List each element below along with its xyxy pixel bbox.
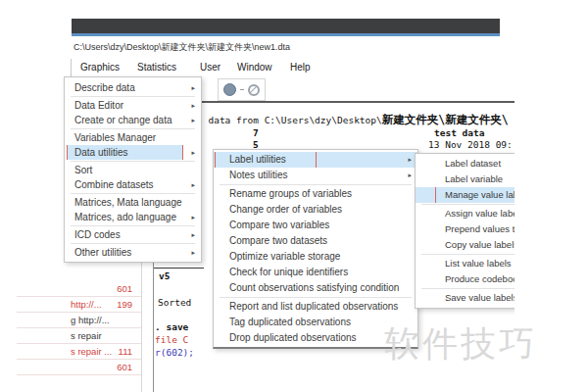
window-title-path: C:\Users\dzy\Desktop\新建文件夹\新建文件夹\new1.dt… (74, 41, 290, 54)
window-chrome-bar (72, 19, 500, 33)
submenu-arrow-icon (408, 168, 412, 183)
menu-item-data-utilities[interactable]: Data utilities (65, 145, 201, 160)
menu-item-produce-codebook[interactable]: Produce codebook of value labels (416, 271, 514, 287)
menu-separator (71, 193, 195, 194)
label-utilities-submenu-panel: Label dataset Label variable Manage valu… (415, 153, 514, 309)
return-code: 199 (117, 297, 132, 313)
review-row[interactable]: 601 (17, 360, 141, 375)
menu-item-icd-codes[interactable]: ICD codes (65, 227, 201, 242)
menubar-item-graphics[interactable]: Graphics (80, 62, 120, 73)
menu-item-combine-datasets[interactable]: Combine datasets (65, 177, 201, 192)
menu-item-optimize-variable-storage[interactable]: Optimize variable storage (214, 249, 417, 265)
submenu-arrow-icon (191, 177, 195, 192)
menu-separator (71, 161, 195, 162)
menu-item-save-value-labels[interactable]: Save value labels as do-file (416, 290, 514, 306)
menu-separator (220, 297, 412, 298)
results-sorted-text: Sorted (158, 297, 191, 308)
circle-icon[interactable] (223, 83, 236, 96)
menu-separator (71, 128, 195, 129)
results-table-rule (154, 268, 204, 269)
review-row[interactable]: http://...199 (17, 297, 141, 313)
submenu-arrow-icon (191, 145, 195, 160)
results-use-line: s data from C:\Users\dzy\Desktop\新建文件夹\新… (197, 113, 509, 127)
toolbar-fragment (218, 78, 266, 101)
menu-separator (421, 288, 514, 289)
window-chrome-accent-line (72, 33, 500, 36)
return-code: 111 (119, 344, 132, 360)
menu-item-notes-utilities[interactable]: Notes utilities (214, 168, 417, 183)
menu-item-report-duplicated-observations[interactable]: Report and list duplicated observations (214, 299, 417, 315)
menu-item-matrices-mata-language[interactable]: Matrices, Mata language (65, 195, 201, 210)
watermark-text: 软件技巧 (384, 320, 537, 368)
menu-item-other-utilities[interactable]: Other utilities (65, 245, 201, 260)
menu-separator (71, 225, 195, 226)
review-row[interactable]: s repair (17, 328, 141, 344)
menu-item-matrices-ado-language[interactable]: Matrices, ado language (65, 210, 201, 224)
menu-separator (220, 184, 412, 185)
menubar-item-user[interactable]: User (200, 62, 220, 73)
menu-item-rename-groups-of-variables[interactable]: Rename groups of variables (214, 186, 417, 202)
submenu-arrow-icon (191, 113, 195, 127)
menu-item-change-order-of-variables[interactable]: Change order of variables (214, 202, 417, 218)
data-utilities-submenu-panel: Label utilities Notes utilities Rename g… (213, 149, 418, 349)
menu-item-copy-value-labels[interactable]: Copy value labels (416, 237, 514, 253)
menu-item-describe-data[interactable]: Describe data (65, 80, 201, 95)
results-save-command: . save (155, 321, 188, 332)
results-obs-label: test data (434, 127, 484, 138)
menu-item-create-or-change-data[interactable]: Create or change data (65, 113, 201, 127)
review-row[interactable]: 601 (17, 281, 141, 297)
submenu-arrow-icon (191, 227, 195, 242)
return-code: 601 (117, 281, 132, 297)
menu-item-assign-value-label[interactable]: Assign value label to variables (416, 206, 514, 221)
submenu-arrow-icon (191, 210, 195, 224)
results-error-code: r(602); (155, 347, 194, 358)
results-var-name: v5 (159, 270, 170, 281)
return-code: 601 (117, 360, 132, 375)
menu-item-label-variable[interactable]: Label variable (416, 172, 514, 187)
menu-separator (71, 96, 195, 97)
menu-item-label-utilities[interactable]: Label utilities (214, 152, 417, 168)
menu-item-data-editor[interactable]: Data Editor (65, 98, 201, 113)
menu-separator (421, 254, 514, 255)
menu-item-check-for-unique-identifiers[interactable]: Check for unique identifiers (214, 265, 417, 280)
review-row[interactable]: s repair ...111 (17, 344, 141, 360)
menu-separator (421, 204, 514, 205)
menu-item-count-observations[interactable]: Count observations satisfying condition (214, 280, 417, 296)
menu-item-prepend-values[interactable]: Prepend values to value labels (416, 221, 514, 237)
results-obs-value: 7 (253, 127, 259, 138)
menu-item-list-value-labels[interactable]: List value labels (416, 256, 514, 271)
stata-window-screenshot: C:\Users\dzy\Desktop\新建文件夹\新建文件夹\new1.dt… (0, 0, 588, 392)
menubar-divider (71, 59, 72, 77)
menu-item-variables-manager[interactable]: Variables Manager (65, 130, 201, 145)
menu-item-sort[interactable]: Sort (65, 163, 201, 177)
menu-separator (71, 243, 195, 244)
data-menu-panel: Describe data Data Editor Create or chan… (64, 76, 202, 263)
review-row[interactable]: g http://... (17, 313, 141, 328)
menu-item-manage-value-labels[interactable]: Manage value labels (416, 187, 514, 203)
review-pane: 601 http://...199 g http://... s repair … (0, 281, 141, 375)
submenu-arrow-icon (191, 80, 195, 95)
results-error-file: file C (155, 334, 188, 345)
submenu-arrow-icon (191, 98, 195, 113)
slashed-circle-icon[interactable] (248, 84, 260, 96)
menubar-item-help[interactable]: Help (290, 62, 311, 73)
menu-item-compare-two-datasets[interactable]: Compare two datasets (214, 233, 417, 249)
results-vars-date: 13 Nov 2018 09: (428, 139, 513, 150)
submenu-arrow-icon (408, 152, 412, 168)
menubar-item-statistics[interactable]: Statistics (137, 62, 176, 73)
menu-item-compare-two-variables[interactable]: Compare two variables (214, 218, 417, 233)
menu-item-label-dataset[interactable]: Label dataset (416, 156, 514, 172)
dash-divider (240, 89, 244, 90)
submenu-arrow-icon (191, 245, 195, 260)
menubar-item-window[interactable]: Window (237, 62, 272, 73)
results-path-bold: 新建文件夹\新建文件夹\ (382, 113, 509, 126)
